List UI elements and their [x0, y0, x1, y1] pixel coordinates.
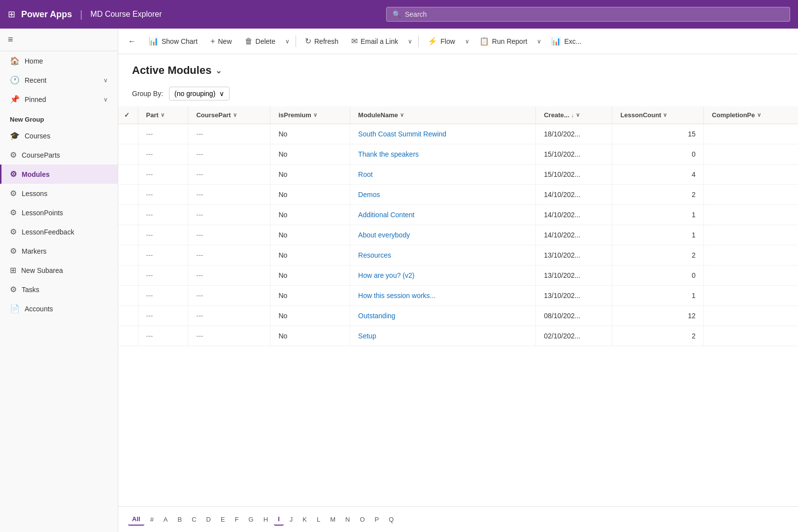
table-row[interactable]: --- --- No Root 15/10/202... 4: [118, 165, 798, 185]
sidebar-item-courses[interactable]: 🎓 Courses: [0, 126, 118, 145]
run-report-button[interactable]: 📋 Run Report: [473, 33, 533, 49]
home-icon: 🏠: [10, 56, 20, 66]
search-box[interactable]: 🔍 Search: [386, 7, 790, 22]
table-row[interactable]: --- --- No How this session works... 13/…: [118, 286, 798, 306]
pagination-letter-j[interactable]: J: [286, 514, 297, 525]
sidebar-item-courseparts[interactable]: ⚙ CourseParts: [0, 145, 118, 165]
email-link-button[interactable]: ✉ Email a Link: [345, 33, 404, 49]
pagination-letter-g[interactable]: G: [245, 514, 258, 525]
pagination-letter-p[interactable]: P: [371, 514, 383, 525]
pagination-letter-o[interactable]: O: [356, 514, 368, 525]
grid-icon[interactable]: ⊞: [8, 9, 15, 20]
back-button[interactable]: ←: [124, 33, 140, 49]
cell-modulename[interactable]: Setup: [350, 326, 536, 346]
col-created[interactable]: Create... ↓ ∨: [536, 106, 612, 124]
nav-divider: |: [80, 9, 82, 20]
cell-part: ---: [138, 185, 188, 205]
pagination-letter-h[interactable]: H: [260, 514, 272, 525]
email-chevron[interactable]: ∨: [405, 35, 415, 48]
cell-check: [118, 144, 138, 165]
table-row[interactable]: --- --- No Setup 02/10/202... 2: [118, 326, 798, 346]
table-row[interactable]: --- --- No Additional Content 14/10/202.…: [118, 205, 798, 225]
sidebar-item-recent[interactable]: 🕐 Recent ∨: [0, 70, 118, 90]
flow-chevron[interactable]: ∨: [462, 35, 472, 48]
sidebar-item-lessonpoints[interactable]: ⚙ LessonPoints: [0, 203, 118, 222]
col-modulename[interactable]: ModuleName ∨: [350, 106, 536, 124]
sidebar-item-pinned[interactable]: 📌 Pinned ∨: [0, 90, 118, 109]
cell-part: ---: [138, 165, 188, 185]
table-row[interactable]: --- --- No Outstanding 08/10/202... 12: [118, 306, 798, 326]
col-part[interactable]: Part ∨: [138, 106, 188, 124]
group-by-select[interactable]: (no grouping) ∨: [169, 87, 230, 100]
page-title-chevron[interactable]: ⌄: [215, 66, 222, 75]
cell-coursepart: ---: [188, 144, 270, 165]
pagination-letter-n[interactable]: N: [341, 514, 354, 525]
ispremium-sort-icon: ∨: [313, 112, 317, 118]
cell-created: 13/10/202...: [536, 266, 612, 286]
pagination-letter-k[interactable]: K: [299, 514, 311, 525]
cell-completionpe: [704, 286, 798, 306]
pagination-letter-e[interactable]: E: [217, 514, 229, 525]
sidebar-item-newsubarea[interactable]: ⊞ New Subarea: [0, 261, 118, 280]
col-check[interactable]: ✓: [118, 106, 138, 124]
delete-chevron[interactable]: ∨: [282, 35, 293, 48]
cell-modulename[interactable]: How are you? (v2): [350, 266, 536, 286]
cell-modulename[interactable]: Outstanding: [350, 306, 536, 326]
pagination-letter-i[interactable]: I: [274, 513, 284, 526]
pagination-letter-d[interactable]: D: [202, 514, 215, 525]
table-row[interactable]: --- --- No About everybody 14/10/202... …: [118, 225, 798, 245]
pagination-letter-c[interactable]: C: [188, 514, 200, 525]
col-ispremium[interactable]: isPremium ∨: [270, 106, 350, 124]
cell-created: 15/10/202...: [536, 165, 612, 185]
table-container[interactable]: ✓ Part ∨ CoursePart ∨: [118, 106, 798, 506]
pagination-letter-q[interactable]: Q: [385, 514, 398, 525]
table-row[interactable]: --- --- No South Coast Summit Rewind 18/…: [118, 124, 798, 144]
col-lessoncount[interactable]: LessonCount ∨: [612, 106, 704, 124]
cell-ispremium: No: [270, 266, 350, 286]
pagination-letter-b[interactable]: B: [174, 514, 186, 525]
pagination-letter-a[interactable]: A: [160, 514, 172, 525]
pagination-letter-l[interactable]: L: [313, 514, 324, 525]
cell-modulename[interactable]: South Coast Summit Rewind: [350, 124, 536, 144]
table-row[interactable]: --- --- No Resources 13/10/202... 2: [118, 245, 798, 266]
cell-modulename[interactable]: How this session works...: [350, 286, 536, 306]
courseparts-icon: ⚙: [10, 150, 17, 160]
cell-lessoncount: 2: [612, 185, 704, 205]
sidebar-item-lessonfeedback[interactable]: ⚙ LessonFeedback: [0, 222, 118, 241]
cell-modulename[interactable]: About everybody: [350, 225, 536, 245]
table-row[interactable]: --- --- No Thank the speakers 15/10/202.…: [118, 144, 798, 165]
sidebar-item-markers[interactable]: ⚙ Markers: [0, 241, 118, 261]
report-chevron[interactable]: ∨: [534, 35, 544, 48]
cell-ispremium: No: [270, 306, 350, 326]
sidebar-item-tasks[interactable]: ⚙ Tasks: [0, 280, 118, 299]
sidebar-item-modules[interactable]: ⚙ Modules: [0, 165, 118, 184]
cell-modulename[interactable]: Thank the speakers: [350, 144, 536, 165]
new-button[interactable]: + New: [204, 34, 237, 49]
cell-modulename[interactable]: Demos: [350, 185, 536, 205]
table-row[interactable]: --- --- No How are you? (v2) 13/10/202..…: [118, 266, 798, 286]
table-row[interactable]: --- --- No Demos 14/10/202... 2: [118, 185, 798, 205]
sidebar-item-lessons[interactable]: ⚙ Lessons: [0, 184, 118, 203]
cell-modulename[interactable]: Additional Content: [350, 205, 536, 225]
pagination-letter-#[interactable]: #: [146, 514, 158, 525]
pagination-letter-m[interactable]: M: [326, 514, 339, 525]
newsubarea-icon: ⊞: [10, 266, 16, 275]
delete-button[interactable]: 🗑 Delete: [239, 34, 281, 49]
sidebar-item-home[interactable]: 🏠 Home: [0, 51, 118, 70]
sidebar-label-modules: Modules: [22, 170, 50, 178]
pagination-letter-f[interactable]: F: [231, 514, 243, 525]
sidebar-group-label: New Group: [0, 109, 118, 126]
pagination-letter-all[interactable]: All: [128, 513, 144, 526]
flow-button[interactable]: ⚡ Flow: [422, 33, 461, 49]
cell-ispremium: No: [270, 245, 350, 266]
cell-modulename[interactable]: Root: [350, 165, 536, 185]
col-coursepart[interactable]: CoursePart ∨: [188, 106, 270, 124]
excel-button[interactable]: 📊 Exc...: [545, 33, 587, 49]
hamburger-icon[interactable]: ≡: [8, 34, 13, 44]
sidebar-item-accounts[interactable]: 📄 Accounts: [0, 299, 118, 318]
refresh-button[interactable]: ↻ Refresh: [299, 33, 344, 49]
cell-part: ---: [138, 124, 188, 144]
show-chart-button[interactable]: 📊 Show Chart: [143, 33, 203, 49]
cell-modulename[interactable]: Resources: [350, 245, 536, 266]
col-completionpe[interactable]: CompletionPe ∨: [704, 106, 798, 124]
